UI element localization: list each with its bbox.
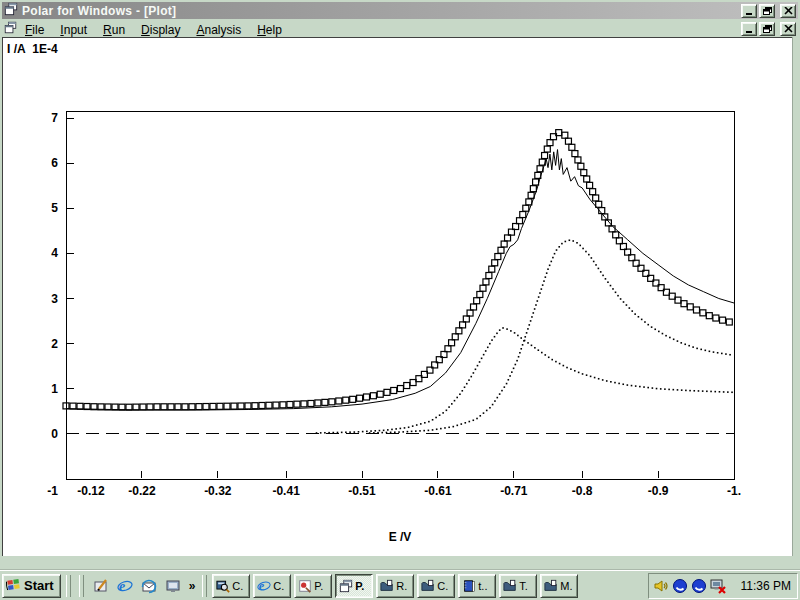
- series-measured-curve-squares: [63, 130, 732, 411]
- task-button-label: C.: [232, 580, 243, 592]
- task-buttons: C.eC.P.P.R.C.t..T.M.: [212, 574, 578, 598]
- window-title: Polar for Windows - [Plot]: [22, 4, 176, 18]
- svg-text:-0.32: -0.32: [204, 484, 232, 498]
- tray-volume-icon[interactable]: [653, 578, 669, 594]
- folder-icon: [380, 579, 394, 593]
- minimize-icon: [745, 7, 754, 15]
- series-component-peak-1-dotted: [316, 327, 733, 434]
- restore-icon: [763, 25, 772, 33]
- taskbar-gripper[interactable]: [66, 575, 71, 597]
- windows-logo-icon: [6, 577, 21, 592]
- app-icon[interactable]: [4, 2, 18, 20]
- svg-text:-0.9: -0.9: [648, 484, 669, 498]
- window-controls: [741, 4, 796, 18]
- quick-launch-bar: e: [89, 575, 185, 597]
- task-button-label: M.: [560, 580, 572, 592]
- tray-blue-orb-icon[interactable]: [691, 578, 707, 594]
- task-button-9-folder-icon[interactable]: M.: [540, 574, 578, 598]
- start-label: Start: [24, 578, 54, 593]
- svg-text:4: 4: [51, 246, 58, 260]
- taskbar-gripper[interactable]: [202, 575, 207, 597]
- task-button-label: C.: [437, 580, 448, 592]
- x-axis-label: E /V: [389, 530, 412, 544]
- series-fitted-curve-line: [66, 150, 734, 410]
- plot-axes: 01234567-1-0.12-0.22-0.32-0.41-0.51-0.61…: [47, 111, 741, 498]
- close-button[interactable]: [780, 4, 796, 18]
- notebook-icon: [462, 579, 476, 593]
- svg-text:-0.41: -0.41: [272, 484, 300, 498]
- menu-item-file[interactable]: File: [17, 22, 52, 38]
- svg-text:6: 6: [51, 156, 58, 170]
- svg-text:-0.71: -0.71: [500, 484, 528, 498]
- paint-app-icon: [298, 579, 312, 593]
- task-button-8-folder-icon[interactable]: T.: [499, 574, 537, 598]
- search-window-icon: [216, 579, 230, 593]
- show-desktop-icon: [93, 578, 109, 594]
- internet-explorer-icon: e: [257, 579, 271, 593]
- menu-item-display[interactable]: Display: [133, 22, 188, 38]
- task-button-label: T.: [519, 580, 528, 592]
- folder-icon: [503, 579, 517, 593]
- restore-button[interactable]: [759, 4, 775, 18]
- task-button-5-folder-icon[interactable]: R.: [376, 574, 414, 598]
- taskbar: Start e » C.eC.P.P.R.C.t..T.M. 11:36 PM: [0, 570, 800, 600]
- task-button-4-polar-app-icon[interactable]: P.: [335, 574, 373, 598]
- tray-blue-orb-icon[interactable]: [672, 578, 688, 594]
- quick-launch-internet-explorer-icon[interactable]: e: [115, 575, 135, 597]
- plot-client-area: 01234567-1-0.12-0.22-0.32-0.41-0.51-0.61…: [2, 37, 792, 556]
- task-button-3-paint-app-icon[interactable]: P.: [294, 574, 332, 598]
- task-button-2-internet-explorer-icon[interactable]: eC.: [253, 574, 291, 598]
- windows-logo-icon: [6, 577, 21, 595]
- menu-item-run[interactable]: Run: [95, 22, 133, 38]
- svg-text:-0.12: -0.12: [77, 484, 105, 498]
- menu-item-analysis[interactable]: Analysis: [188, 22, 249, 38]
- task-button-label: P.: [314, 580, 323, 592]
- restore-icon: [763, 7, 772, 15]
- svg-text:-0.61: -0.61: [424, 484, 452, 498]
- task-button-7-notebook-icon[interactable]: t..: [458, 574, 496, 598]
- tray-icons: [653, 578, 726, 594]
- svg-text:-1: -1: [47, 484, 58, 498]
- minimize-button[interactable]: [741, 4, 757, 18]
- outlook-express-icon: [141, 578, 157, 594]
- volume-icon: [653, 578, 669, 594]
- svg-text:-0.8: -0.8: [572, 484, 593, 498]
- child-close-button[interactable]: [780, 22, 796, 36]
- plot-canvas[interactable]: 01234567-1-0.12-0.22-0.32-0.41-0.51-0.61…: [3, 38, 792, 556]
- title-bar[interactable]: Polar for Windows - [Plot]: [2, 2, 798, 19]
- task-button-6-folder-icon[interactable]: C.: [417, 574, 455, 598]
- tray-network-error-icon[interactable]: [710, 578, 726, 594]
- svg-text:-0.51: -0.51: [348, 484, 376, 498]
- polar-app-icon: [339, 579, 353, 593]
- quick-launch-viewer-icon[interactable]: [163, 575, 183, 597]
- child-window-controls: [741, 22, 796, 36]
- close-icon: [784, 7, 793, 15]
- quick-launch-outlook-express-icon[interactable]: [139, 575, 159, 597]
- close-icon: [784, 25, 793, 33]
- child-minimize-button[interactable]: [741, 22, 757, 36]
- task-button-label: t..: [478, 580, 487, 592]
- svg-text:7: 7: [51, 111, 58, 125]
- child-restore-button[interactable]: [759, 22, 775, 36]
- quick-launch-overflow-chevron[interactable]: »: [187, 579, 198, 593]
- system-tray: 11:36 PM: [648, 573, 798, 599]
- network-error-icon: [710, 578, 726, 594]
- svg-text:3: 3: [51, 292, 58, 306]
- taskbar-clock[interactable]: 11:36 PM: [741, 579, 791, 593]
- viewer-icon: [165, 578, 181, 594]
- menu-items: FileInputRunDisplayAnalysisHelp: [17, 20, 290, 38]
- folder-icon: [544, 579, 558, 593]
- menu-item-help[interactable]: Help: [249, 22, 290, 38]
- series-component-peak-2-dotted: [369, 239, 731, 433]
- svg-text:0: 0: [51, 427, 58, 441]
- quick-launch-show-desktop-icon[interactable]: [91, 575, 111, 597]
- task-button-1-search-window-icon[interactable]: C.: [212, 574, 250, 598]
- taskbar-gripper[interactable]: [79, 575, 84, 597]
- folder-icon: [421, 579, 435, 593]
- plot-document-icon[interactable]: [4, 20, 17, 38]
- polar-app-icon: [4, 21, 17, 34]
- start-button[interactable]: Start: [2, 574, 61, 598]
- svg-text:5: 5: [51, 201, 58, 215]
- task-button-label: C.: [273, 580, 284, 592]
- menu-item-input[interactable]: Input: [52, 22, 95, 38]
